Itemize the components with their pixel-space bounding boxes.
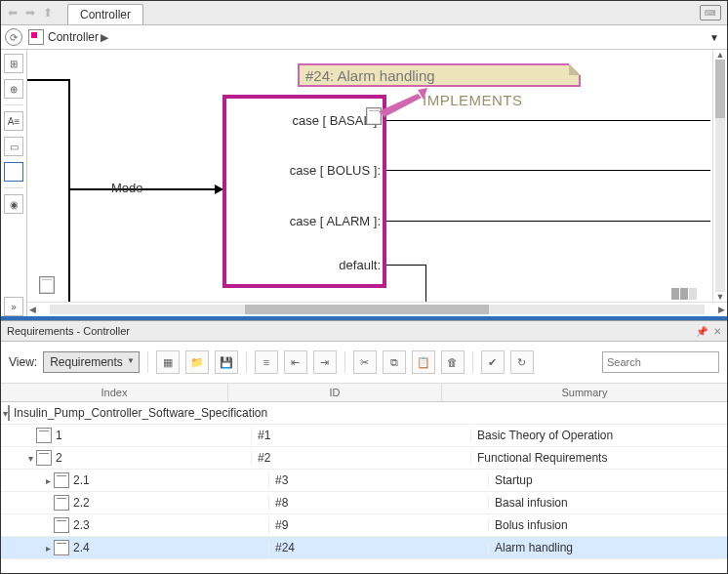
- save-button[interactable]: 💾: [215, 350, 238, 374]
- trace-arrow-icon: [379, 88, 427, 117]
- promote-button[interactable]: ⇤: [284, 350, 307, 374]
- row-index: 2: [56, 451, 62, 465]
- keyboard-icon[interactable]: ⌨: [700, 5, 721, 20]
- row-index: 2.4: [73, 541, 90, 554]
- table-row[interactable]: 2.2#8Basal infusion: [1, 492, 727, 514]
- requirements-toolbar: View: Requirements ▦ 📁 💾 ≡ ⇤ ⇥ ✂ ⧉ 📋 🗑 ✔…: [1, 342, 727, 384]
- case-alarm: case [ ALARM ]:: [224, 214, 386, 227]
- select-icon[interactable]: [4, 162, 23, 182]
- new-req-button[interactable]: ▦: [156, 350, 180, 374]
- req-icon: [54, 517, 69, 533]
- refresh-icon[interactable]: ⟳: [5, 28, 22, 46]
- req-icon: [54, 472, 69, 488]
- horizontal-scrollbar[interactable]: ◀ ▶: [27, 302, 727, 316]
- requirements-panel: Requirements - Controller 📌 ✕ View: Requ…: [1, 320, 727, 573]
- zoom-in-icon[interactable]: ⊕: [4, 79, 23, 99]
- note-text: #24: Alarm handling: [305, 67, 435, 84]
- scroll-down-icon[interactable]: ▼: [716, 292, 725, 302]
- req-icon: [36, 428, 52, 443]
- case-default: default:: [224, 258, 386, 271]
- text-icon[interactable]: A≡: [4, 111, 23, 131]
- breadcrumb-dropdown-icon[interactable]: ▼: [709, 32, 723, 43]
- palette-separator: [4, 104, 24, 105]
- scroll-left-icon[interactable]: ◀: [27, 305, 38, 314]
- req-icon: [54, 495, 69, 511]
- row-id: #24: [269, 541, 489, 554]
- req-icon: [54, 540, 69, 555]
- row-index: 2.2: [73, 496, 90, 510]
- search-input[interactable]: [602, 351, 719, 373]
- nav-arrows: ⬅ ➡ ⬆: [1, 5, 60, 20]
- line-bolus: [386, 170, 710, 171]
- palette-separator: [4, 187, 24, 188]
- up-arrow-icon[interactable]: ⬆: [40, 5, 56, 20]
- label-mode: Mode: [111, 181, 143, 195]
- line-basal: [386, 120, 710, 121]
- more-icon[interactable]: »: [4, 297, 23, 316]
- camera-icon[interactable]: ◉: [4, 194, 23, 214]
- twisty-icon[interactable]: ▸: [42, 543, 54, 554]
- row-id: #9: [269, 518, 489, 532]
- table-row[interactable]: ▾2#2Functional Requirements: [1, 447, 727, 470]
- row-id: #1: [252, 429, 471, 442]
- row-index: 2.3: [73, 518, 90, 532]
- col-summary[interactable]: Summary: [442, 384, 727, 401]
- close-icon[interactable]: ✕: [713, 326, 721, 337]
- paste-button[interactable]: 📋: [412, 350, 435, 374]
- tab-controller[interactable]: Controller: [67, 4, 143, 24]
- signal-line-mode[interactable]: [68, 188, 222, 190]
- line-default-h: [386, 265, 425, 266]
- demote-button[interactable]: ⇥: [313, 350, 337, 374]
- delete-button[interactable]: 🗑: [441, 350, 465, 374]
- row-summary: Basal infusion: [489, 496, 727, 510]
- open-button[interactable]: 📁: [185, 350, 209, 374]
- col-id[interactable]: ID: [228, 384, 442, 401]
- scroll-right-icon[interactable]: ▶: [716, 305, 727, 314]
- canvas-wrap: Mode u1 case [ BASAL ]: case [ BOLUS ]: …: [27, 50, 727, 316]
- view-selector[interactable]: Requirements: [43, 351, 140, 373]
- table-row-root[interactable]: ▾ Insulin_Pump_Controller_Software_Speci…: [1, 402, 727, 425]
- row-id: #2: [252, 451, 471, 465]
- annotate-icon[interactable]: ▭: [4, 137, 23, 156]
- table-row[interactable]: ▸2.4#24Alarm handling: [1, 537, 727, 559]
- forward-arrow-icon[interactable]: ➡: [22, 5, 38, 20]
- refresh-button[interactable]: ↻: [510, 350, 534, 374]
- vertical-scrollbar[interactable]: ▲ ▼: [712, 50, 727, 302]
- implements-label: IMPLEMENTS: [423, 92, 523, 108]
- svg-marker-0: [379, 94, 422, 117]
- table-row[interactable]: 1#1Basic Theory of Operation: [1, 425, 727, 447]
- row-summary: Basic Theory of Operation: [471, 429, 727, 442]
- copy-button[interactable]: ⧉: [383, 350, 406, 374]
- row-index: 1: [56, 429, 62, 442]
- line-default-v: [425, 265, 426, 302]
- requirements-title: Requirements - Controller: [7, 325, 130, 337]
- cut-button[interactable]: ✂: [353, 350, 377, 374]
- row-summary: Startup: [489, 473, 727, 487]
- note-fold-icon: [569, 63, 581, 75]
- palette: ⊞ ⊕ A≡ ▭ ◉ »: [1, 50, 27, 316]
- page-icon[interactable]: [39, 276, 55, 294]
- canvas[interactable]: Mode u1 case [ BASAL ]: case [ BOLUS ]: …: [27, 50, 712, 302]
- twisty-icon[interactable]: ▸: [42, 475, 54, 486]
- row-id: #3: [269, 473, 489, 487]
- check-button[interactable]: ✔: [481, 350, 505, 374]
- block-left[interactable]: [27, 79, 70, 302]
- chevron-right-icon[interactable]: ▶: [101, 31, 108, 44]
- requirements-table: Index ID Summary ▾ Insulin_Pump_Controll…: [1, 384, 727, 573]
- app-window: ⬅ ➡ ⬆ Controller ⌨ ⟳ Controller ▶ ▼ ⊞ ⊕ …: [0, 0, 728, 574]
- pin-icon[interactable]: 📌: [696, 326, 708, 337]
- minimap[interactable]: [671, 288, 697, 300]
- doc-icon: [8, 405, 10, 421]
- line-alarm: [386, 221, 710, 222]
- linked-requirement-note[interactable]: #24: Alarm handling: [298, 63, 581, 87]
- zoom-fit-icon[interactable]: ⊞: [4, 54, 23, 73]
- breadcrumb-bar: ⟳ Controller ▶ ▼: [1, 25, 727, 50]
- twisty-icon[interactable]: ▾: [24, 453, 36, 464]
- back-arrow-icon[interactable]: ⬅: [5, 5, 20, 20]
- add-button[interactable]: ≡: [255, 350, 278, 374]
- col-index[interactable]: Index: [1, 384, 228, 401]
- breadcrumb-item[interactable]: Controller: [48, 30, 99, 44]
- table-row[interactable]: 2.3#9Bolus infusion: [1, 514, 727, 537]
- table-row[interactable]: ▸2.1#3Startup: [1, 470, 727, 492]
- scroll-up-icon[interactable]: ▲: [716, 50, 725, 60]
